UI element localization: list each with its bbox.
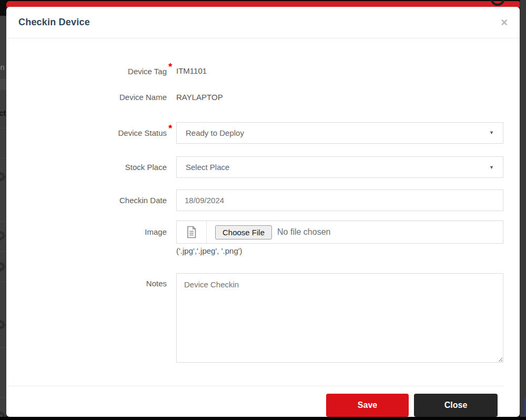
file-chosen-status: No file chosen: [277, 227, 330, 237]
overlay-left-top: [0, 0, 6, 16]
device-status-row: Device Status* Ready to Deploy ▼: [6, 122, 503, 144]
gear-icon: [0, 172, 6, 182]
device-name-label: Device Name: [6, 93, 176, 102]
modal-body: Device Tag* ITM1101 Device Name RAYLAPTO…: [6, 38, 520, 419]
device-name-row: Device Name RAYLAPTOP: [6, 93, 503, 102]
device-status-label: Device Status*: [6, 122, 176, 144]
background-text-fragment: ct: [0, 108, 6, 117]
background-row-highlight: [0, 79, 6, 90]
gear-icon: [0, 231, 6, 241]
document-icon: [186, 226, 197, 238]
stock-place-row: Stock Place Select Place ▼: [6, 156, 503, 178]
device-tag-value: ITM1101: [176, 66, 207, 75]
gear-icon: [0, 262, 6, 272]
image-upload-box: Choose File No file chosen: [176, 221, 503, 244]
image-upload-row: Image Choose File No file: [6, 221, 503, 256]
stock-place-select[interactable]: Select Place ▼: [176, 156, 503, 178]
file-input[interactable]: Choose File No file chosen: [207, 225, 330, 239]
checkin-date-row: Checkin Date: [6, 189, 503, 211]
device-tag-row: Device Tag* ITM1101: [6, 66, 503, 76]
background-row-divider: [0, 128, 6, 128]
background-row-divider: [0, 251, 6, 252]
notes-row: Notes Device Checkin: [6, 273, 503, 365]
choose-file-button[interactable]: Choose File: [215, 225, 272, 239]
overlay-left-strip: on ct: [0, 0, 6, 420]
device-tag-label-text: Device Tag: [128, 67, 167, 76]
background-row-divider: [0, 158, 6, 158]
background-text-fragment: on: [0, 63, 5, 72]
chevron-down-icon: ▼: [489, 165, 494, 170]
file-icon-cell: [177, 221, 207, 243]
device-status-selected-value: Ready to Deploy: [186, 128, 244, 137]
image-format-hint: ('.jpg','.jpeg', '.png'): [176, 246, 503, 256]
device-name-value: RAYLAPTOP: [176, 93, 223, 102]
background-row-divider: [0, 282, 6, 282]
device-status-label-text: Device Status: [118, 128, 167, 137]
background-row-divider: [0, 221, 6, 222]
stock-place-selected-value: Select Place: [186, 163, 229, 172]
image-label: Image: [6, 221, 176, 256]
chevron-down-icon: ▼: [489, 130, 494, 135]
modal-title: Checkin Device: [18, 17, 90, 28]
device-tag-label: Device Tag*: [6, 66, 176, 76]
save-button[interactable]: Save: [326, 394, 409, 417]
notes-textarea[interactable]: Device Checkin: [176, 273, 503, 363]
background-row-divider: [0, 347, 6, 348]
close-button[interactable]: Close: [414, 394, 498, 417]
overlay-right-strip: [520, 0, 526, 420]
stock-place-label: Stock Place: [6, 156, 176, 178]
background-row-divider: [0, 397, 6, 398]
device-status-select[interactable]: Ready to Deploy ▼: [176, 122, 503, 144]
gear-icon: [0, 319, 6, 329]
checkin-device-modal: Checkin Device × Device Tag* ITM1101 Dev…: [6, 7, 520, 417]
close-icon[interactable]: ×: [501, 17, 508, 28]
modal-header: Checkin Device ×: [6, 7, 520, 38]
modal-footer: Save Close: [6, 386, 503, 419]
checkin-date-label: Checkin Date: [6, 189, 176, 211]
notes-label: Notes: [6, 273, 176, 288]
checkin-date-input[interactable]: [176, 189, 503, 211]
